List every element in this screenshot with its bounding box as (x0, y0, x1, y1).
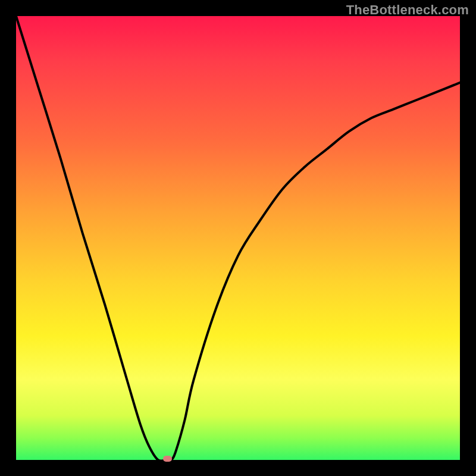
watermark-text: TheBottleneck.com (346, 2, 469, 18)
chart-frame: TheBottleneck.com (0, 0, 476, 476)
bottleneck-curve (16, 16, 460, 460)
optimal-point-marker (163, 456, 172, 462)
chart-plot-area (16, 16, 460, 460)
